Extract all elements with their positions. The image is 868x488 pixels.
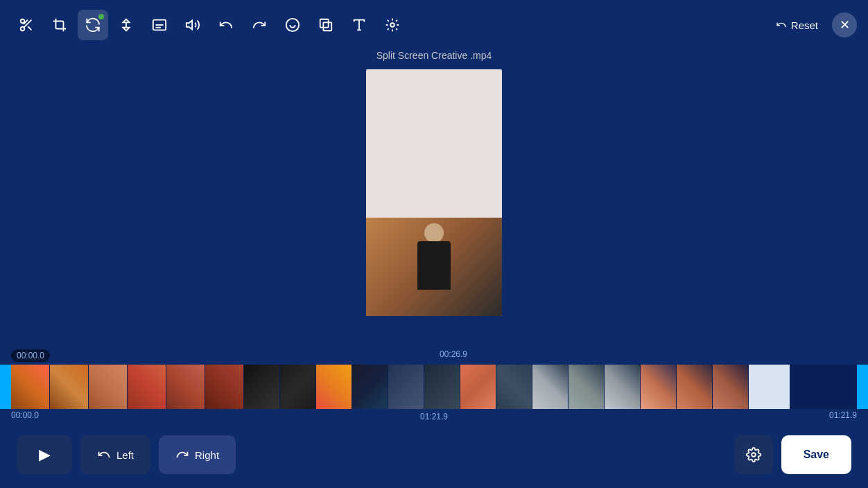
timeline-bar[interactable] [0,365,868,409]
filename-label: Split Screen Creative .mp4 [376,50,492,61]
thumb-9 [316,365,352,409]
reset-label: Reset [791,19,818,31]
play-button[interactable]: ▶ [17,435,72,474]
effect-tool[interactable] [377,10,408,40]
thumb-2 [50,365,89,409]
thumb-7 [244,365,280,409]
settings-button[interactable] [734,435,773,474]
timeline-start-badge: 00:00.0 [11,349,50,362]
timeline-thumbnails [11,365,857,409]
person-body [417,241,451,290]
thumb-10 [352,365,388,409]
rotate-right-label: Right [195,449,219,461]
timeline-bottom-start: 00:00.0 [11,410,39,420]
svg-rect-13 [320,19,329,28]
toolbar-right: Reset ✕ [767,12,857,37]
flip-tool[interactable] [111,10,141,40]
toolbar: Reset ✕ [0,0,868,50]
thumb-17 [605,365,641,409]
svg-marker-9 [186,21,192,30]
thumb-18 [641,365,677,409]
rotate-left-button[interactable]: Left [80,435,150,474]
thumb-11 [388,365,424,409]
undo-tool[interactable] [211,10,241,40]
rotate-tool[interactable] [78,10,108,40]
rotate-active-badge [98,14,104,19]
preview-top-section [366,69,502,218]
thumb-15 [532,365,568,409]
thumb-3 [89,365,128,409]
thumb-6 [205,365,244,409]
thumb-21 [749,365,790,409]
person-head [424,223,444,243]
thumb-16 [568,365,605,409]
rotate-left-icon [97,448,111,462]
video-preview [366,69,502,316]
preview-bottom-section [366,218,502,316]
timeline-mid-time: 00:26.9 [440,349,467,362]
timeline-left-marker [0,365,11,409]
thumb-4 [128,365,166,409]
audio-tool[interactable] [177,10,208,40]
timeline-timestamps-top: 00:00.0 00:26.9 [0,349,868,362]
person-figure [366,218,502,316]
thumb-5 [166,365,205,409]
svg-point-17 [390,23,394,27]
settings-icon [746,447,761,462]
svg-rect-14 [323,22,331,31]
thumb-19 [677,365,713,409]
thumb-14 [496,365,532,409]
bottom-controls: ▶ Left Right Save [0,421,868,488]
redo-tool[interactable] [244,10,275,40]
svg-point-1 [21,27,25,31]
svg-point-10 [286,19,299,31]
play-icon: ▶ [39,446,51,464]
reset-button[interactable]: Reset [767,14,826,37]
close-button[interactable]: ✕ [832,12,857,37]
thumb-8 [280,365,316,409]
timeline-section: 00:00.0 00:26.9 [0,349,868,419]
bottom-right-controls: Save [734,435,851,474]
rotate-left-label: Left [116,449,134,461]
thumb-20 [713,365,749,409]
subtitle-tool[interactable] [144,10,175,40]
timeline-bottom-end: 01:21.9 [829,410,857,420]
center-timestamp: 01:21.9 [420,412,448,421]
text-tool[interactable] [344,10,374,40]
svg-line-3 [28,26,31,30]
thumb-12 [424,365,460,409]
svg-point-18 [752,453,756,457]
cut-tool[interactable] [11,10,42,40]
close-icon: ✕ [840,17,850,33]
overlay-tool[interactable] [311,10,341,40]
svg-point-0 [21,19,25,24]
rotate-right-button[interactable]: Right [159,435,236,474]
save-button[interactable]: Save [781,435,851,474]
mask-tool[interactable] [277,10,308,40]
rotate-right-icon [175,448,189,462]
timeline-right-marker [857,365,868,409]
thumb-13 [460,365,496,409]
crop-tool[interactable] [44,10,75,40]
thumb-1 [11,365,50,409]
